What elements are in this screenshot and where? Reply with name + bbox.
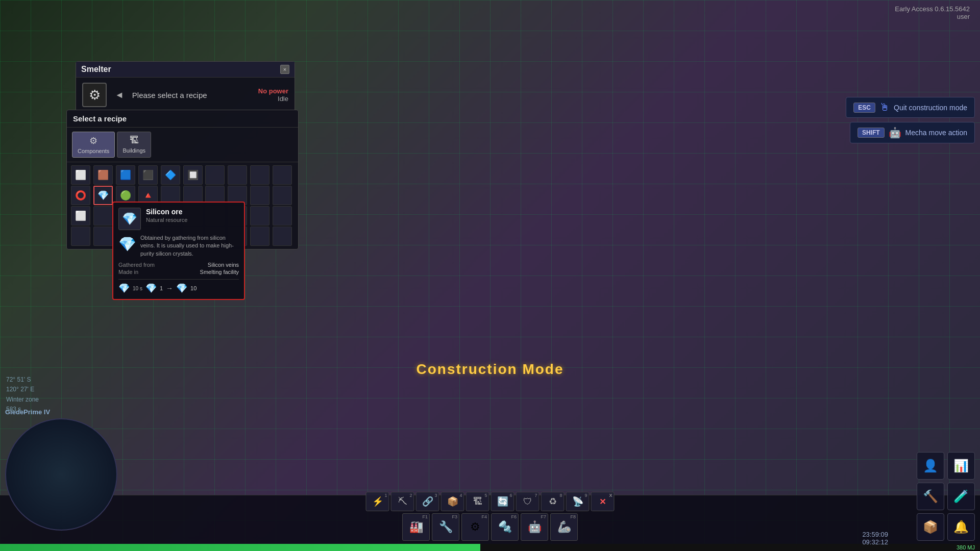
tooltip-item-name: Silicon ore	[146, 208, 187, 216]
quickbar-icon-4: 🤖	[528, 520, 542, 534]
quickbar-key-2: F4	[481, 514, 487, 519]
quickbar-item-1[interactable]: F3 🔧	[432, 513, 459, 541]
recipe-cell-6[interactable]	[205, 165, 225, 185]
quickbar-key-5: F8	[570, 514, 576, 519]
right-btn-flask[interactable]: 🧪	[947, 483, 975, 510]
recipe-cell-19[interactable]	[273, 186, 292, 205]
recipe-cell-1[interactable]: 🟫	[93, 165, 113, 185]
recipe-cell-11[interactable]: 💎	[93, 186, 113, 205]
minimap[interactable]	[5, 418, 117, 531]
quickbar-icon-5: 🦾	[557, 520, 571, 534]
recipe-cell-7[interactable]	[228, 165, 247, 185]
energy-bar	[0, 544, 480, 551]
right-btn-notification[interactable]: 🔔	[947, 513, 975, 541]
recipe-cell-3[interactable]: ⬛	[138, 165, 158, 185]
quickbar-icon-3: 🔩	[498, 520, 512, 534]
recipe-input-count: 1	[160, 285, 163, 291]
quickbar-icon-1: 🔧	[439, 520, 453, 534]
recipe-input-count-icon: 💎	[145, 283, 157, 294]
quickbar-icon-2: ⚙	[470, 520, 480, 534]
action-buttons: ESC 🖱 Quit construction mode SHIFT 🤖 Mec…	[846, 97, 975, 143]
recipe-output-icon: 💎	[176, 283, 187, 294]
quickbar: F1 🏭 F3 🔧 F4 ⚙ F6 🔩 F7 🤖 F8 🦾	[402, 513, 578, 541]
recipe-cell-29[interactable]	[273, 206, 292, 226]
quickbar-item-5[interactable]: F8 🦾	[550, 513, 578, 541]
quit-key: ESC	[853, 103, 875, 113]
tool-btn-6[interactable]: 7 🛡	[516, 492, 540, 511]
tool-key-3: 4	[459, 493, 462, 498]
tab-buildings-label: Buildings	[122, 147, 145, 154]
quickbar-item-4[interactable]: F7 🤖	[521, 513, 548, 541]
right-btn-player[interactable]: 👤	[917, 452, 944, 480]
smelter-header: Smelter ×	[76, 62, 295, 78]
right-btn-hammer[interactable]: 🔨	[917, 483, 944, 510]
tooltip-made-in: Made in Smelting facility	[118, 269, 239, 275]
game-time: 23:59:09	[862, 531, 888, 538]
gathered-from-value: Silicon veins	[208, 262, 239, 268]
recipe-cell-8[interactable]	[250, 165, 270, 185]
recipe-cell-4[interactable]: 🔷	[161, 165, 180, 185]
tool-key-1: 2	[409, 493, 412, 498]
recipe-cell-5[interactable]: 🔲	[183, 165, 203, 185]
tool-btn-7[interactable]: 8 ♻	[541, 492, 565, 511]
tool-key-5: 6	[509, 493, 512, 498]
recipe-cell-28[interactable]	[250, 206, 270, 226]
recipe-cell-30[interactable]	[71, 227, 90, 246]
tooltip-gathered-from: Gathered from Silicon veins	[118, 262, 239, 268]
smelter-body: ⚙ ◄ Please select a recipe No power Idle	[76, 78, 295, 112]
version-user: user	[895, 13, 970, 20]
recipe-cell-20[interactable]: ⬜	[71, 206, 90, 226]
tooltip-recipe-row: 💎 10 s 💎 1 → 💎 10	[118, 279, 239, 294]
tool-btn-9[interactable]: X ✕	[591, 492, 615, 511]
tool-icon-1: ⛏	[398, 496, 407, 507]
recipe-cell-0[interactable]: ⬜	[71, 165, 90, 185]
tool-icon-0: ⚡	[372, 496, 383, 507]
tab-components[interactable]: ⚙ Components	[72, 132, 115, 158]
recipe-tabs: ⚙ Components 🏗 Buildings	[67, 128, 298, 162]
recipe-panel-title: Select a recipe	[67, 110, 298, 128]
energy-bar-container: 380 MJ	[0, 544, 980, 551]
quickbar-item-2[interactable]: F4 ⚙	[461, 513, 489, 541]
quit-icon: 🖱	[879, 102, 890, 113]
tool-btn-4[interactable]: 5 🏗	[466, 492, 489, 511]
recipe-input-icon: 💎	[118, 283, 130, 294]
tooltip-preview: 💎 Silicon ore Natural resource	[118, 208, 239, 230]
right-btn-stats[interactable]: 📊	[947, 452, 975, 480]
right-btn-inventory[interactable]: 📦	[917, 513, 944, 541]
recipe-cell-21[interactable]	[93, 206, 113, 226]
tool-key-7: 8	[559, 493, 562, 498]
recipe-cell-39[interactable]	[273, 227, 292, 246]
no-power-status: No power	[258, 87, 288, 95]
tab-components-label: Components	[78, 148, 109, 154]
recipe-cell-9[interactable]	[273, 165, 292, 185]
tool-btn-5[interactable]: 6 🔄	[491, 492, 514, 511]
tool-btn-3[interactable]: 4 📦	[441, 492, 464, 511]
right-panel-top-row: 👤 📊	[917, 452, 975, 480]
quickbar-item-3[interactable]: F6 🔩	[491, 513, 519, 541]
coords-lon: 120° 27' E	[6, 385, 39, 394]
tool-icon-7: ♻	[549, 496, 557, 507]
recipe-cell-31[interactable]	[93, 227, 113, 246]
tooltip-item-icon: 💎	[118, 208, 141, 230]
mecha-move-button[interactable]: SHIFT 🤖 Mecha move action	[850, 122, 975, 143]
tool-btn-1[interactable]: 2 ⛏	[391, 492, 414, 511]
tool-btn-2[interactable]: 3 🔗	[416, 492, 439, 511]
tool-btn-8[interactable]: 9 📡	[566, 492, 590, 511]
smelter-panel: Smelter × ⚙ ◄ Please select a recipe No …	[76, 61, 295, 113]
mecha-icon: 🤖	[889, 127, 901, 139]
recipe-cell-38[interactable]	[250, 227, 270, 246]
coords-time: 583 s	[6, 405, 39, 414]
recipe-prev-button[interactable]: ◄	[113, 90, 126, 101]
recipe-cell-18[interactable]	[250, 186, 270, 205]
version-info: Early Access 0.6.15.5642 user	[895, 5, 970, 20]
quit-construction-button[interactable]: ESC 🖱 Quit construction mode	[846, 97, 975, 118]
recipe-cell-2[interactable]: 🟦	[116, 165, 135, 185]
tool-btn-0[interactable]: 1 ⚡	[366, 492, 389, 511]
tool-icon-9: ✕	[599, 497, 606, 507]
recipe-cell-10[interactable]: ⭕	[71, 186, 90, 205]
tool-key-0: 1	[384, 493, 387, 498]
tab-buildings[interactable]: 🏗 Buildings	[117, 132, 151, 158]
quickbar-item-0[interactable]: F1 🏭	[402, 513, 430, 541]
made-in-label: Made in	[118, 269, 138, 275]
smelter-close-button[interactable]: ×	[280, 65, 289, 74]
